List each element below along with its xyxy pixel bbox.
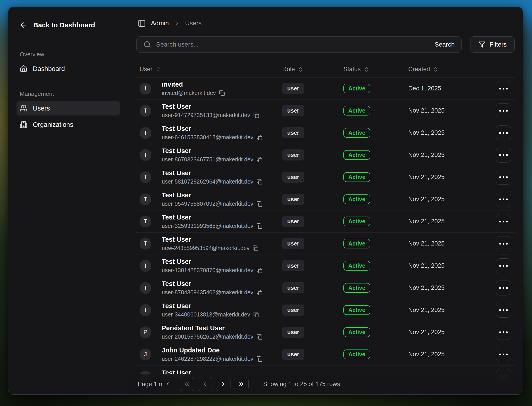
- panel-left-icon[interactable]: [138, 19, 146, 27]
- status-badge: Active: [343, 305, 370, 315]
- copy-icon[interactable]: [257, 223, 262, 229]
- row-actions-button[interactable]: [496, 258, 511, 273]
- user-cell: T Test User user-344006013813@makerkit.d…: [136, 302, 282, 318]
- ellipsis-icon: [499, 354, 501, 355]
- filters-button[interactable]: Filters: [470, 36, 515, 53]
- copy-icon[interactable]: [257, 157, 262, 163]
- status-badge: Active: [343, 172, 370, 182]
- breadcrumb: Admin Users: [136, 17, 515, 30]
- sort-chevrons-icon: [433, 66, 439, 72]
- row-actions-button[interactable]: [496, 347, 511, 362]
- column-header-status[interactable]: Status: [343, 66, 408, 73]
- breadcrumb-item-admin[interactable]: Admin: [151, 20, 169, 27]
- user-identity: Persistent Test User user-2001587562612@…: [162, 324, 262, 340]
- arrow-left-icon: [19, 21, 27, 29]
- table-row: T Test User user-344006013813@makerkit.d…: [136, 299, 515, 321]
- status-badge: Active: [343, 150, 370, 160]
- search-input[interactable]: [156, 41, 429, 48]
- filters-label: Filters: [489, 41, 507, 48]
- row-actions-button[interactable]: [496, 236, 511, 251]
- avatar: T: [140, 282, 151, 294]
- column-header-role[interactable]: Role: [282, 66, 343, 73]
- user-name: invited: [162, 81, 225, 88]
- user-identity: John Updated Doe user-2462287298222@make…: [162, 347, 262, 362]
- search-submit-button[interactable]: Search: [435, 41, 455, 48]
- user-email-text: user-8784309435402@makerkit.dev: [162, 289, 253, 296]
- role-badge: user: [282, 216, 304, 227]
- search-row: Search Filters: [136, 36, 515, 53]
- table-row: T Test User user-1301428370870@makerkit.…: [136, 255, 515, 277]
- sidebar-item-dashboard[interactable]: Dashboard: [16, 61, 120, 76]
- created-date: Nov 21, 2025: [408, 152, 493, 159]
- user-identity: Test User user-9549755807092@makerkit.de…: [162, 191, 262, 207]
- row-actions-button[interactable]: [496, 170, 511, 185]
- user-email-text: user-8670323467751@makerkit.dev: [162, 156, 253, 163]
- role-badge: user: [282, 304, 304, 316]
- main-content: Admin Users Search Filters User Role: [128, 7, 523, 394]
- copy-icon[interactable]: [257, 201, 262, 207]
- row-actions-button[interactable]: [496, 81, 511, 96]
- user-email-text: user-9549755807092@makerkit.dev: [162, 201, 253, 207]
- ellipsis-icon: [499, 309, 501, 311]
- previous-page-button[interactable]: [198, 377, 212, 391]
- user-name: John Updated Doe: [162, 347, 262, 354]
- home-icon: [20, 65, 27, 72]
- back-to-dashboard-link[interactable]: Back to Dashboard: [16, 21, 120, 29]
- search-box: Search: [136, 36, 462, 53]
- user-email: user-3259331993565@makerkit.dev: [162, 223, 262, 229]
- copy-icon[interactable]: [253, 245, 259, 251]
- avatar: T: [140, 216, 151, 227]
- table-row: T Test User new-243559953594@makerkit.de…: [136, 233, 515, 255]
- copy-icon[interactable]: [257, 334, 262, 340]
- user-identity: Test User user-344006013813@makerkit.dev: [162, 302, 259, 318]
- user-cell: T Test User user-5810728262964@makerkit.…: [136, 169, 282, 185]
- column-label: Created: [408, 66, 430, 73]
- user-email: user-6461533830418@makerkit.dev: [162, 134, 262, 141]
- sidebar-item-organizations[interactable]: Organizations: [16, 117, 120, 132]
- sidebar-item-label: Users: [33, 105, 50, 112]
- avatar: P: [140, 326, 151, 338]
- sidebar-item-users[interactable]: Users: [16, 101, 120, 116]
- row-actions-button[interactable]: [496, 281, 511, 296]
- row-actions-button[interactable]: [496, 192, 511, 207]
- last-page-button[interactable]: [234, 377, 249, 391]
- building-icon: [20, 121, 27, 128]
- first-page-button[interactable]: [180, 377, 194, 391]
- table-header: User Role Status Created: [136, 53, 515, 78]
- copy-icon[interactable]: [253, 312, 259, 318]
- pagination-buttons: [180, 377, 249, 391]
- table-row: T Test User user-8670323467751@makerkit.…: [136, 144, 515, 166]
- next-page-button[interactable]: [216, 377, 230, 391]
- column-label: Role: [282, 66, 295, 73]
- user-name: Test User: [162, 236, 259, 243]
- pagination-bar: Page 1 of 7 Showing 1 to 25 of 175 rows: [128, 374, 523, 394]
- role-badge: user: [282, 282, 304, 293]
- column-header-user[interactable]: User: [136, 66, 282, 73]
- user-email: user-8670323467751@makerkit.dev: [162, 156, 262, 163]
- created-date: Nov 21, 2025: [408, 196, 493, 203]
- user-email-text: user-2462287298222@makerkit.dev: [162, 355, 253, 362]
- created-date: Nov 21, 2025: [408, 351, 493, 358]
- ellipsis-icon: [499, 88, 501, 89]
- row-actions-button[interactable]: [496, 214, 511, 229]
- copy-icon[interactable]: [257, 179, 262, 185]
- copy-icon[interactable]: [219, 90, 225, 96]
- copy-icon[interactable]: [257, 135, 262, 140]
- user-identity: Test User user-8784309435402@makerkit.de…: [162, 280, 262, 296]
- back-link-label: Back to Dashboard: [33, 21, 95, 29]
- ellipsis-icon: [499, 287, 501, 289]
- avatar: T: [140, 127, 151, 139]
- row-actions-button[interactable]: [496, 148, 511, 163]
- sort-chevrons-icon: [155, 66, 161, 72]
- copy-icon[interactable]: [257, 356, 262, 362]
- copy-icon[interactable]: [253, 112, 259, 118]
- row-actions-button[interactable]: [496, 125, 511, 140]
- copy-icon[interactable]: [257, 268, 262, 273]
- created-date: Nov 21, 2025: [408, 240, 493, 247]
- row-actions-button[interactable]: [496, 303, 511, 318]
- row-actions-button[interactable]: [496, 325, 511, 340]
- column-header-created[interactable]: Created: [408, 66, 493, 73]
- row-actions-button[interactable]: [496, 103, 511, 118]
- admin-window: Back to Dashboard Overview Dashboard Man…: [8, 7, 523, 395]
- copy-icon[interactable]: [257, 290, 262, 296]
